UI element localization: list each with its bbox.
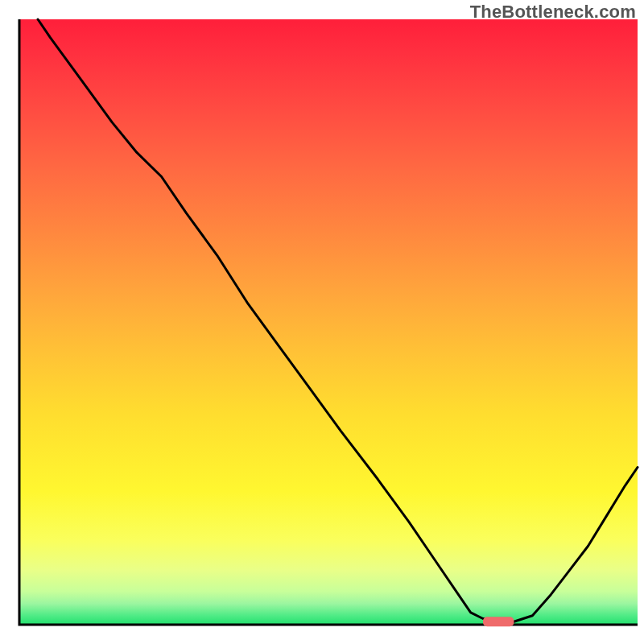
bottleneck-chart: TheBottleneck.com	[0, 0, 644, 644]
optimum-marker	[483, 617, 514, 626]
plot-background	[19, 19, 638, 625]
chart-svg	[0, 0, 644, 644]
